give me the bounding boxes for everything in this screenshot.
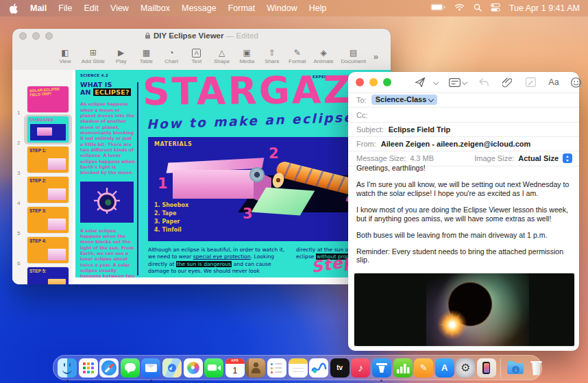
dock-contacts[interactable] — [246, 358, 265, 378]
contacts-icon — [246, 358, 265, 378]
toolbar-format-button[interactable]: ✎Format — [289, 49, 306, 64]
toolbar-animate-button[interactable]: ◈Animate — [313, 49, 333, 64]
minimize-button[interactable] — [369, 78, 378, 86]
menu-mail[interactable]: Mail — [30, 3, 47, 13]
dock-photos[interactable] — [184, 358, 203, 378]
menu-message[interactable]: Message — [182, 3, 217, 13]
slide-thumbnail-3[interactable]: STEP 1: 3 — [12, 147, 73, 177]
maps-icon — [162, 358, 182, 378]
dock-mail[interactable] — [141, 358, 160, 378]
toolbar-play-button[interactable]: ▶Play — [112, 49, 130, 64]
image-size-select[interactable] — [563, 153, 572, 163]
toolbar-chart-button[interactable]: ◔Chart — [162, 49, 180, 64]
recipient-token[interactable]: Science-Class — [371, 95, 438, 105]
attachment-button[interactable] — [497, 75, 517, 90]
dock-reminders[interactable] — [267, 358, 286, 378]
dock-messages[interactable] — [121, 358, 140, 378]
toolbar-share-button[interactable]: ⇧Share — [263, 49, 281, 64]
header-fields-button[interactable] — [448, 75, 468, 90]
toolbar-media-button[interactable]: ▣Media — [238, 49, 256, 64]
materials-number-3: 3 — [243, 206, 253, 222]
zoom-button[interactable] — [383, 78, 391, 86]
send-options-chevron[interactable] — [430, 75, 442, 90]
dock-notes[interactable] — [289, 358, 308, 378]
earth-icon — [105, 199, 111, 206]
safari-icon — [99, 358, 119, 378]
toolbar-document-button[interactable]: ▤Document — [341, 49, 366, 64]
dock-safari[interactable] — [99, 358, 119, 378]
menu-file[interactable]: File — [58, 3, 72, 13]
add-slide-icon: ⊞ — [90, 49, 97, 58]
dock-finder[interactable] — [58, 358, 77, 378]
keynote-window: DIY Eclipse Viewer — Edited ◧View ⊞Add S… — [12, 29, 391, 284]
from-field[interactable]: From: Aileen Zeigen - aileen.zeigen@iclo… — [348, 136, 579, 151]
dock-launchpad[interactable] — [79, 358, 98, 378]
dock-facetime[interactable] — [204, 358, 223, 378]
dock-appstore[interactable]: A — [435, 358, 454, 378]
markup-button[interactable] — [520, 75, 541, 90]
slide-thumbnail-6[interactable]: STEP 4: 6 — [12, 237, 73, 267]
notes-icon — [289, 358, 308, 378]
slide-thumbnail-2-selected[interactable]: STARGAZER 2 — [12, 116, 73, 147]
diamond-ring-flare — [437, 309, 468, 341]
edited-label: — Edited — [226, 32, 258, 40]
subject-field[interactable]: Subject: Eclipse Field Trip — [348, 122, 579, 137]
body-paragraph: Reminder: Every student needs to bring t… — [356, 247, 571, 265]
to-field[interactable]: To: Science-Class — [348, 92, 579, 108]
share-icon: ⇧ — [269, 49, 275, 58]
menu-clock[interactable]: Tue Apr 1 9:41 AM — [509, 3, 580, 13]
dock-keynote[interactable] — [372, 358, 391, 378]
toolbar-text-button[interactable]: AText — [188, 49, 206, 64]
slide-thumbnail-7[interactable]: STEP 5: 7 — [12, 267, 73, 284]
slide-canvas[interactable]: SCIENCE 4.2 EXPERIMENT #11 WHAT ISAN ECL… — [73, 70, 391, 284]
toolbar-shape-button[interactable]: △Shape — [213, 49, 231, 64]
menu-edit[interactable]: Edit — [84, 3, 99, 13]
dock-calendar[interactable]: APR1 — [225, 358, 245, 378]
slide-thumbnail-5[interactable]: STEP 3: 5 — [12, 207, 73, 237]
keynote-toolbar: ◧View ⊞Add Slide ▶Play ▦Table ◔Chart ATe… — [56, 42, 378, 70]
dock-settings[interactable]: ⚙ — [456, 358, 475, 378]
dock-music[interactable]: ♪ — [351, 358, 370, 378]
cc-field[interactable]: Cc: — [348, 108, 579, 123]
close-button[interactable] — [356, 78, 364, 86]
dock-downloads[interactable]: ↓ — [506, 358, 525, 378]
mail-compose-window: Aa » To: Science-Class Cc: Subject: Ecli… — [348, 72, 579, 351]
keynote-icon — [372, 358, 391, 378]
subject-label: Subject: — [356, 125, 384, 134]
menu-help[interactable]: Help — [309, 3, 327, 13]
slide-thumbnail-4[interactable]: STEP 2: 4 — [12, 177, 73, 207]
menu-mailbox[interactable]: Mailbox — [140, 3, 170, 13]
spotlight-icon[interactable] — [474, 3, 482, 14]
toolbar-overflow-chevron[interactable]: » — [373, 51, 378, 62]
apple-menu-icon[interactable] — [10, 3, 19, 14]
toolbar-table-button[interactable]: ▦Table — [137, 49, 155, 64]
wifi-icon[interactable] — [454, 3, 465, 13]
dock-pages[interactable]: ✎ — [414, 358, 433, 378]
message-size-value: 4.3 MB — [410, 154, 434, 162]
from-value: Aileen Zeigen - aileen.zeigen@icloud.com — [381, 140, 531, 148]
menu-window[interactable]: Window — [267, 3, 297, 13]
dock-numbers[interactable] — [393, 358, 413, 378]
emoji-button[interactable] — [565, 75, 586, 90]
music-icon: ♪ — [351, 358, 370, 378]
dock-iphone-mirroring[interactable] — [477, 358, 496, 378]
eclipse-photo-attachment[interactable] — [354, 273, 575, 347]
control-center-icon[interactable] — [491, 3, 500, 14]
dock-tv[interactable]: tv — [330, 358, 350, 378]
send-button[interactable] — [411, 75, 430, 90]
reply-button[interactable] — [474, 75, 494, 90]
toolbar-view-button[interactable]: ◧View — [56, 49, 74, 64]
slide-navigator: SOLAR ECLIPSE FIELD TRIP! 1 STARGAZER 2 … — [12, 70, 73, 284]
keynote-titlebar: DIY Eclipse Viewer — Edited — [12, 29, 391, 42]
dock-trash[interactable] — [527, 358, 546, 378]
menu-view[interactable]: View — [110, 3, 129, 13]
battery-icon[interactable] — [430, 3, 445, 13]
dock-maps[interactable] — [162, 358, 182, 378]
photos-icon — [184, 358, 203, 378]
dock-freeform[interactable] — [309, 358, 328, 378]
view-icon: ◧ — [61, 49, 69, 58]
slide-thumbnail-1[interactable]: SOLAR ECLIPSE FIELD TRIP! 1 — [12, 86, 73, 116]
toolbar-add-slide-button[interactable]: ⊞Add Slide — [82, 49, 105, 64]
menu-format[interactable]: Format — [228, 3, 256, 13]
font-format-button[interactable]: Aa — [543, 75, 564, 90]
